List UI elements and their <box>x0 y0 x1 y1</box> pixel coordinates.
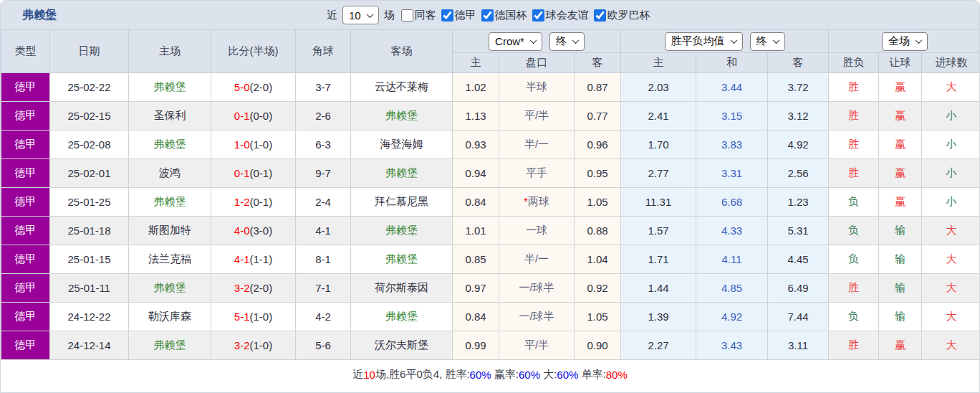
col-avg-home: 主 <box>621 53 696 73</box>
result-handicap: 输 <box>879 303 922 331</box>
result-handicap: 赢 <box>879 102 922 131</box>
bookmaker-period-select[interactable]: 终 <box>549 32 585 51</box>
avg-home-odds: 1.70 <box>621 131 696 159</box>
corner-count: 8-1 <box>296 245 351 274</box>
competition-filters: 同客德甲德国杯球会友谊欧罗巴杯 <box>400 9 650 22</box>
avg-home-odds: 11.31 <box>621 188 696 217</box>
avg-away-odds: 7.44 <box>768 303 829 331</box>
page-title: 弗赖堡 <box>22 8 327 23</box>
home-team: 法兰克福 <box>129 245 211 274</box>
result-goals: 大 <box>922 245 980 274</box>
recent-count-select[interactable]: 10 <box>342 6 379 24</box>
handicap: 半/一 <box>499 131 575 159</box>
corner-count: 5-6 <box>296 331 351 360</box>
result-wdl: 胜 <box>829 73 879 102</box>
avg-home-odds: 2.41 <box>621 102 696 131</box>
handicap: 平/半 <box>499 102 575 131</box>
top-bar: 弗赖堡 近 10 场 同客德甲德国杯球会友谊欧罗巴杯 <box>1 1 979 29</box>
filter-德甲: 德甲 <box>441 9 476 22</box>
filter-球会友谊: 球会友谊 <box>532 9 589 22</box>
home-odds: 0.94 <box>453 159 499 188</box>
corner-count: 2-4 <box>296 188 351 217</box>
handicap: 平手 <box>499 159 575 188</box>
home-odds: 0.93 <box>453 131 499 159</box>
home-team: 弗赖堡 <box>129 274 211 303</box>
col-result-wdl: 胜负 <box>829 53 879 73</box>
result-goals: 大 <box>922 73 980 102</box>
col-odds-handicap: 盘口 <box>499 53 575 73</box>
home-team: 波鸿 <box>129 159 211 188</box>
avg-home-odds: 1.44 <box>621 274 696 303</box>
avg-draw-odds: 3.31 <box>696 159 768 188</box>
summary-segment: 近 <box>352 368 363 382</box>
avg-draw-odds: 3.44 <box>696 73 768 102</box>
result-handicap: 赢 <box>879 159 922 188</box>
scope-select[interactable]: 全场 <box>882 32 928 51</box>
table-row: 德甲25-01-18斯图加特4-0(3-0)4-1弗赖堡1.01一球0.881.… <box>1 217 980 245</box>
home-team: 斯图加特 <box>129 217 211 245</box>
home-team: 弗赖堡 <box>129 131 211 159</box>
league-badge: 德甲 <box>1 303 50 331</box>
col-odds-home: 主 <box>453 53 499 73</box>
scope-select-value: 全场 <box>888 34 910 48</box>
summary-segment: 场,胜6平0负4, 胜率: <box>375 368 470 382</box>
home-team: 勒沃库森 <box>129 303 211 331</box>
result-wdl: 负 <box>829 303 879 331</box>
avg-home-odds: 2.03 <box>621 73 696 102</box>
near-label: 近 <box>327 9 337 22</box>
scope-header: 全场 <box>829 30 980 53</box>
match-date: 25-01-18 <box>50 217 129 245</box>
home-odds: 1.01 <box>453 217 499 245</box>
home-odds: 1.02 <box>453 73 499 102</box>
score: 0-1(0-0) <box>211 102 296 131</box>
match-date: 25-02-01 <box>50 159 129 188</box>
result-handicap: 赢 <box>879 331 922 360</box>
filter-checkbox[interactable] <box>532 9 544 22</box>
average-period-select[interactable]: 终 <box>750 32 785 51</box>
col-result-goals: 进球数 <box>922 53 980 73</box>
league-badge: 德甲 <box>1 188 50 217</box>
summary-segment: 60% <box>470 369 491 381</box>
result-handicap: 输 <box>879 274 922 303</box>
filter-checkbox[interactable] <box>481 9 494 22</box>
col-home: 主场 <box>129 30 211 73</box>
league-badge: 德甲 <box>1 73 50 102</box>
result-goals: 小 <box>922 188 980 217</box>
summary-footer: 近10场,胜6平0负4, 胜率:60% 赢率:60% 大:60% 单率:80% <box>1 360 979 389</box>
filter-checkbox[interactable] <box>401 9 413 22</box>
away-odds: 1.04 <box>575 245 621 274</box>
filter-欧罗巴杯: 欧罗巴杯 <box>594 9 650 22</box>
match-table-body: 德甲25-02-22弗赖堡5-0(2-0)3-7云达不莱梅1.02半球0.872… <box>1 73 980 360</box>
corner-count: 2-6 <box>296 102 351 131</box>
result-wdl: 胜 <box>829 102 879 131</box>
away-odds: 1.05 <box>575 303 621 331</box>
chevron-down-icon <box>529 37 537 44</box>
score: 4-0(3-0) <box>211 217 296 245</box>
home-odds: 0.97 <box>453 274 499 303</box>
corner-count: 9-7 <box>296 159 351 188</box>
result-handicap: 输 <box>879 217 922 245</box>
filter-checkbox[interactable] <box>594 9 606 22</box>
home-team: 弗赖堡 <box>129 73 211 102</box>
table-row: 德甲24-12-22勒沃库森5-1(1-0)4-2弗赖堡0.84一/球半1.05… <box>1 303 980 331</box>
bookmaker-select[interactable]: Crow* <box>489 32 542 51</box>
league-badge: 德甲 <box>1 331 50 360</box>
bookmaker-header: Crow* 终 <box>453 30 621 53</box>
match-date: 25-02-22 <box>50 73 129 102</box>
avg-away-odds: 5.31 <box>768 217 829 245</box>
summary-segment: 赢率: <box>491 368 519 382</box>
filter-checkbox[interactable] <box>441 9 453 22</box>
away-odds: 0.96 <box>575 131 621 159</box>
home-team: 弗赖堡 <box>129 188 211 217</box>
avg-draw-odds: 3.43 <box>696 331 768 360</box>
avg-draw-odds: 4.11 <box>696 245 768 274</box>
result-wdl: 胜 <box>829 274 879 303</box>
summary-segment: 60% <box>519 369 540 381</box>
away-team: 弗赖堡 <box>351 159 453 188</box>
away-odds: 0.90 <box>575 331 621 360</box>
home-team: 弗赖堡 <box>129 331 211 360</box>
result-handicap: 赢 <box>879 131 922 159</box>
avg-draw-odds: 4.85 <box>696 274 768 303</box>
average-odds-select[interactable]: 胜平负均值 <box>665 32 743 51</box>
avg-home-odds: 2.77 <box>621 159 696 188</box>
